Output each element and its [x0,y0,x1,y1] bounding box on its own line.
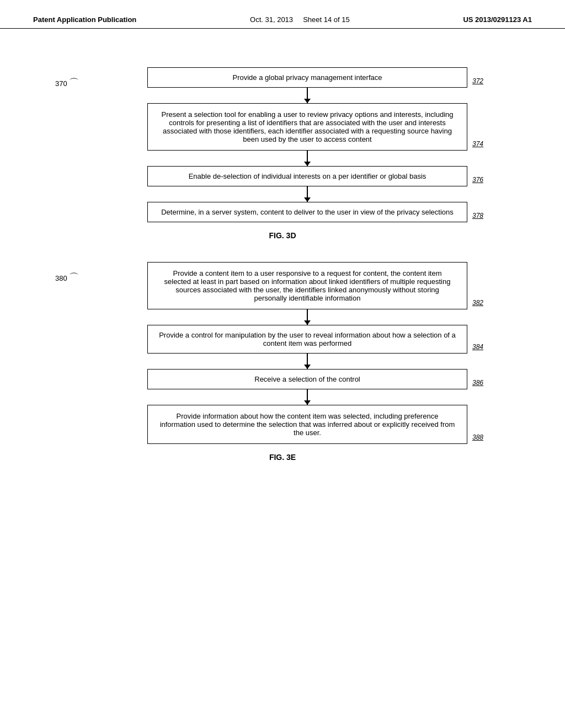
patent-page: Patent Application Publication Oct. 31, … [0,0,565,728]
arrow-6 [307,389,308,405]
page-content: 370 ⌒ Provide a global privacy managemen… [0,29,565,506]
box-382-wrapper: Provide a content item to a user respons… [147,262,467,309]
header-sheet: Sheet 14 of 15 [303,15,350,24]
flow-box-374: Present a selection tool for enabling a … [147,103,467,151]
fig3d-flow: Provide a global privacy management inte… [94,67,521,222]
arrow-2 [307,151,308,166]
flow-box-376: Enable de-selection of individual intere… [147,166,467,186]
header-patent-number: US 2013/0291123 A1 [463,15,532,24]
fig3d-section: 370 ⌒ Provide a global privacy managemen… [44,67,521,240]
ref-378: 378 [472,212,483,220]
ref-374: 374 [472,140,483,148]
fig3e-flow: Provide a content item to a user respons… [94,262,521,444]
ref-372: 372 [472,77,483,85]
arrow-5 [307,354,308,369]
fig3e-section: 380 ⌒ Provide a content item to a user r… [44,262,521,462]
flow-box-388: Provide information about how the conten… [147,405,467,444]
flow-box-372: Provide a global privacy management inte… [147,67,467,88]
header-date: Oct. 31, 2013 [250,15,293,24]
box-372-wrapper: Provide a global privacy management inte… [147,67,467,88]
fig3d-label: FIG. 3D [44,231,521,240]
arrow-1 [307,88,308,103]
flow-box-384: Provide a control for manipulation by th… [147,325,467,354]
page-header: Patent Application Publication Oct. 31, … [0,0,565,29]
arrow-4 [307,309,308,325]
fig3d-start-ref: 370 ⌒ [55,76,79,89]
ref-382: 382 [472,299,483,307]
flow-box-386: Receive a selection of the control 386 [147,369,467,389]
box-388-wrapper: Provide information about how the conten… [147,405,467,444]
fig3e-label: FIG. 3E [44,453,521,462]
flow-box-382: Provide a content item to a user respons… [147,262,467,309]
ref-386: 386 [472,379,483,387]
flow-box-378: Determine, in a server system, content t… [147,202,467,222]
box-386-wrapper: Receive a selection of the control 386 [147,369,467,389]
box-374-wrapper: Present a selection tool for enabling a … [147,103,467,151]
box-376-wrapper: Enable de-selection of individual intere… [147,166,467,186]
ref-388: 388 [472,433,483,441]
arrow-3 [307,186,308,202]
box-378-wrapper: Determine, in a server system, content t… [147,202,467,222]
ref-384: 384 [472,343,483,351]
ref-376: 376 [472,176,483,184]
fig3e-start-ref: 380 ⌒ [55,271,79,284]
header-date-sheet: Oct. 31, 2013 Sheet 14 of 15 [250,15,350,24]
header-publication-label: Patent Application Publication [33,15,136,24]
box-384-wrapper: Provide a control for manipulation by th… [147,325,467,354]
